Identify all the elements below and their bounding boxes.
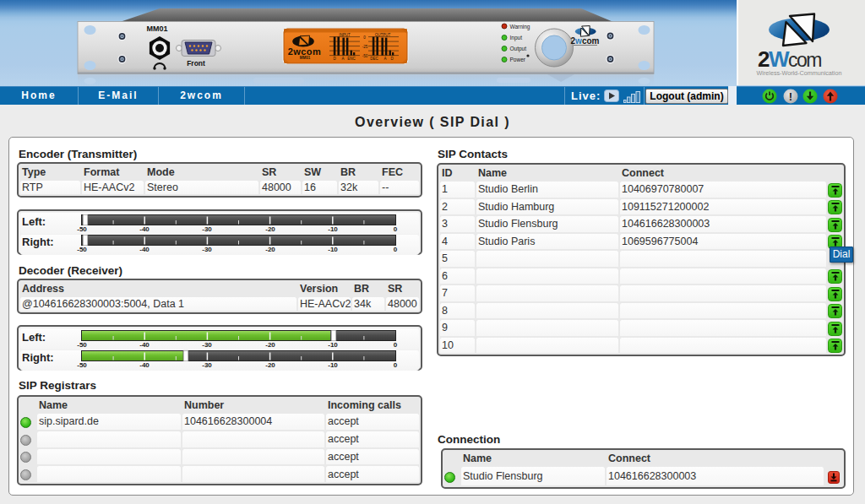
svg-text:ENC: ENC [347,57,356,61]
svg-text:-25: -25 [362,45,368,49]
svg-text:2wcom: 2wcom [288,46,321,57]
svg-text:MM01: MM01 [146,24,167,33]
svg-text:INPUT: INPUT [339,33,351,37]
svg-text:2wcom: 2wcom [571,36,600,46]
svg-text:Front: Front [187,59,205,68]
svg-text:Warning: Warning [510,24,530,30]
svg-text:Input: Input [510,35,523,41]
svg-text:2Wcom: 2Wcom [758,46,821,72]
svg-text:A: A [341,57,344,61]
svg-text:Power: Power [510,57,526,62]
svg-text:Output: Output [510,46,527,52]
svg-text:!: ! [789,90,792,103]
svg-text:OUTPUT: OUTPUT [375,33,391,37]
svg-text:A: A [384,57,386,61]
svg-text:Wireless-World-Communication: Wireless-World-Communication [757,69,842,77]
svg-text:DEC: DEC [370,57,378,61]
svg-text:-50: -50 [362,54,368,58]
svg-text:MM01: MM01 [300,56,311,60]
